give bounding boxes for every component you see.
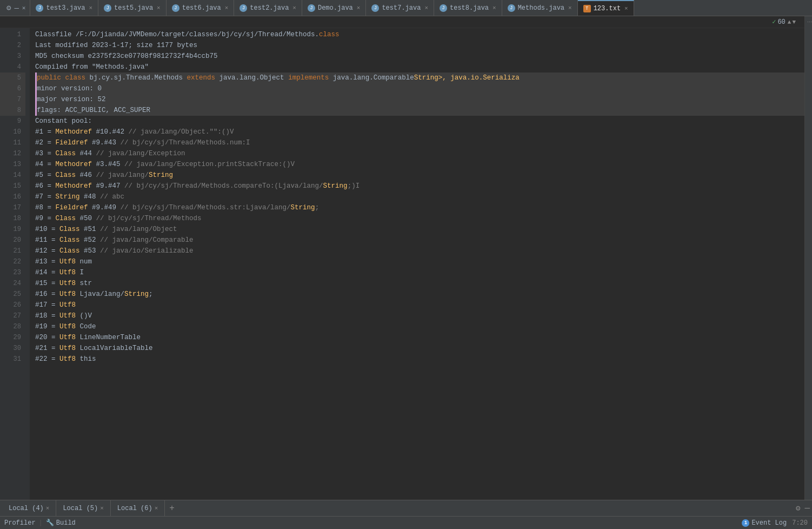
line-number-2: 2: [0, 40, 25, 51]
code-text-31: #22 = Utf8 this: [35, 354, 96, 365]
profiler-button[interactable]: Profiler: [4, 519, 36, 527]
bottom-tab-close-1[interactable]: ×: [100, 505, 104, 512]
line-number-5: 5: [0, 72, 25, 83]
tab-icon-methods: J: [508, 4, 515, 12]
status-right: 1 Event Log 7:20: [742, 519, 808, 527]
tab-label-test7: test7.java: [382, 4, 421, 12]
tab-close-test8[interactable]: ×: [492, 5, 496, 11]
tab-icon-test7: J: [371, 4, 379, 12]
build-button[interactable]: Build: [56, 519, 76, 527]
tab-test3[interactable]: Jtest3.java×: [30, 0, 98, 16]
code-line-29: #20 = Utf8 LineNumberTable: [35, 332, 804, 343]
minimize-toolbar-icon[interactable]: —: [14, 4, 18, 12]
tab-close-test7[interactable]: ×: [424, 5, 428, 11]
tab-test2[interactable]: Jtest2.java×: [234, 0, 302, 16]
line-number-23: 23: [0, 267, 25, 278]
line-number-6: 6: [0, 83, 25, 94]
tab-label-test2: test2.java: [250, 4, 289, 12]
bottom-settings-icon[interactable]: ⚙: [796, 504, 800, 513]
line-number-10: 10: [0, 127, 25, 137]
event-log-button[interactable]: 1 Event Log: [742, 519, 787, 527]
tab-close-test6[interactable]: ×: [225, 5, 229, 11]
close-toolbar-icon[interactable]: ✕: [22, 4, 26, 11]
tab-test5[interactable]: Jtest5.java×: [98, 0, 167, 16]
tab-label-test8: test8.java: [450, 4, 489, 12]
code-line-26: #17 = Utf8: [35, 300, 804, 310]
line-number-15: 15: [0, 181, 25, 191]
tab-label-test6: test6.java: [182, 4, 221, 12]
bottom-tabs-bar: Local (4) ×Local (5) ×Local (6) × + ⚙ —: [0, 500, 812, 516]
line-number-18: 18: [0, 213, 25, 224]
tab-close-test3[interactable]: ×: [89, 5, 92, 11]
line-number-14: 14: [0, 170, 25, 181]
right-panel-tab[interactable]: ⋮: [806, 16, 811, 28]
tab-close-demo[interactable]: ×: [357, 5, 361, 11]
line-number-27: 27: [0, 310, 25, 321]
code-line-6: minor version: 0: [35, 83, 804, 94]
tab-test6[interactable]: Jtest6.java×: [167, 0, 235, 16]
add-tab-button[interactable]: +: [165, 504, 179, 513]
line-number-9: 9: [0, 116, 25, 127]
tab-demo[interactable]: JDemo.java×: [302, 0, 366, 16]
right-panel: ⋮: [804, 16, 812, 500]
editor-container: ✓ 60 ▲ ▼ 1234567891011121314151617181920…: [0, 16, 804, 500]
tab-close-123txt[interactable]: ×: [624, 5, 628, 12]
tab-label-test3: test3.java: [46, 4, 85, 12]
match-up-icon[interactable]: ▲: [788, 19, 791, 25]
code-text-17: #8 = Fieldref #9.#49 // bj/cy/sj/Thread/…: [35, 202, 319, 213]
code-text-2: Last modified 2023-1-17; size 1177 bytes: [35, 40, 197, 51]
code-line-9: Constant pool:: [35, 116, 804, 127]
tab-test7[interactable]: Jtest7.java×: [366, 0, 434, 16]
code-line-13: #4 = Methodref #3.#45 // java/lang/Excep…: [35, 159, 804, 170]
code-text-9: Constant pool:: [35, 116, 92, 127]
code-line-28: #19 = Utf8 Code: [35, 321, 804, 332]
code-line-21: #12 = Class #53 // java/io/Serializable: [35, 246, 804, 256]
code-line-12: #3 = Class #44 // java/lang/Exception: [35, 148, 804, 159]
code-line-19: #10 = Class #51 // java/lang/Object: [35, 224, 804, 235]
line-number-30: 30: [0, 343, 25, 354]
code-text-8: flags: ACC_PUBLIC, ACC_SUPER: [37, 105, 150, 116]
tab-123txt[interactable]: T123.txt×: [578, 0, 634, 16]
tab-label-demo: Demo.java: [318, 4, 353, 12]
line-number-19: 19: [0, 224, 25, 235]
code-text-1: Classfile /F:/D/jianda/JVMDemo/target/cl…: [35, 29, 340, 40]
tab-label-123txt: 123.txt: [594, 5, 621, 12]
tab-close-test2[interactable]: ×: [292, 5, 296, 11]
code-line-8: flags: ACC_PUBLIC, ACC_SUPER: [35, 105, 804, 116]
build-icon: 🔧: [46, 519, 54, 527]
line-number-16: 16: [0, 191, 25, 202]
line-number-17: 17: [0, 202, 25, 213]
bottom-tab-close-2[interactable]: ×: [155, 505, 158, 512]
code-text-12: #3 = Class #44 // java/lang/Exception: [35, 148, 185, 159]
bottom-tab-0[interactable]: Local (4) ×: [2, 500, 56, 516]
status-left: Profiler | 🔧 Build: [4, 519, 76, 527]
code-content[interactable]: Classfile /F:/D/jianda/JVMDemo/target/cl…: [30, 28, 804, 500]
match-down-icon[interactable]: ▼: [792, 19, 796, 25]
line-number-26: 26: [0, 300, 25, 310]
bottom-minimize-icon[interactable]: —: [804, 504, 810, 513]
code-line-25: #16 = Utf8 Ljava/lang/String;: [35, 289, 804, 300]
tab-methods[interactable]: JMethods.java×: [502, 0, 578, 16]
code-line-11: #2 = Fieldref #9.#43 // bj/cy/sj/Thread/…: [35, 137, 804, 148]
tab-close-methods[interactable]: ×: [568, 5, 572, 11]
bottom-tab-close-0[interactable]: ×: [46, 505, 50, 512]
bottom-tab-label-0: Local (4): [9, 505, 44, 512]
bottom-tab-1[interactable]: Local (5) ×: [56, 500, 110, 516]
match-count: 60: [777, 18, 785, 26]
bottom-tab-2[interactable]: Local (6) ×: [111, 500, 165, 516]
code-line-20: #11 = Class #52 // java/lang/Comparable: [35, 235, 804, 246]
code-text-18: #9 = Class #50 // bj/cy/sj/Thread/Method…: [35, 213, 202, 224]
line-number-1: 1: [0, 29, 25, 40]
line-number-20: 20: [0, 235, 25, 246]
code-line-22: #13 = Utf8 num: [35, 256, 804, 267]
tab-test8[interactable]: Jtest8.java×: [434, 0, 502, 16]
editor-wrapper: 1234567891011121314151617181920212223242…: [0, 28, 804, 500]
event-log-label: Event Log: [751, 519, 787, 527]
tab-icon-test6: J: [172, 4, 179, 12]
settings-toolbar-icon[interactable]: ⚙: [6, 3, 11, 12]
tab-close-test5[interactable]: ×: [157, 5, 161, 11]
line-number-13: 13: [0, 159, 25, 170]
bottom-tab-label-2: Local (6): [117, 505, 152, 512]
event-notification-dot: 1: [742, 519, 749, 527]
tab-icon-test5: J: [104, 4, 111, 12]
